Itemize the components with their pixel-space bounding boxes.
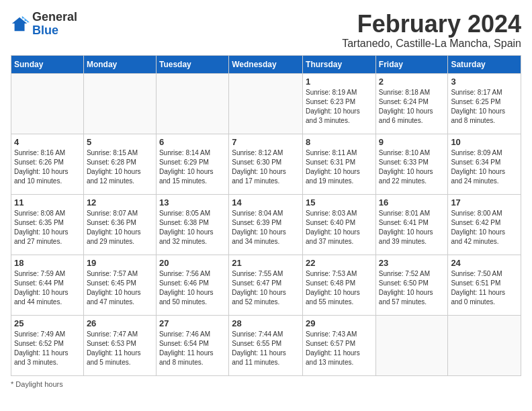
day-number: 20	[159, 258, 226, 268]
calendar-cell: 10Sunrise: 8:09 AM Sunset: 6:34 PM Dayli…	[448, 134, 521, 194]
location-title: Tartanedo, Castille-La Mancha, Spain	[342, 38, 521, 50]
day-number: 25	[14, 318, 81, 328]
calendar-header-monday: Monday	[83, 55, 156, 73]
day-info: Sunrise: 8:07 AM Sunset: 6:36 PM Dayligh…	[87, 209, 153, 246]
day-info: Sunrise: 7:57 AM Sunset: 6:45 PM Dayligh…	[87, 269, 153, 307]
calendar-cell: 29Sunrise: 7:43 AM Sunset: 6:57 PM Dayli…	[303, 315, 376, 375]
day-info: Sunrise: 7:53 AM Sunset: 6:48 PM Dayligh…	[306, 269, 373, 307]
day-info: Sunrise: 7:56 AM Sunset: 6:46 PM Dayligh…	[159, 269, 226, 307]
logo-blue: Blue	[32, 24, 58, 37]
calendar-cell: 20Sunrise: 7:56 AM Sunset: 6:46 PM Dayli…	[156, 255, 228, 315]
calendar-cell: 23Sunrise: 7:52 AM Sunset: 6:50 PM Dayli…	[375, 255, 448, 315]
calendar-cell: 19Sunrise: 7:57 AM Sunset: 6:45 PM Dayli…	[83, 255, 156, 315]
day-info: Sunrise: 7:50 AM Sunset: 6:51 PM Dayligh…	[451, 269, 518, 307]
day-number: 6	[159, 137, 226, 147]
calendar-cell: 17Sunrise: 8:00 AM Sunset: 6:42 PM Dayli…	[448, 194, 521, 255]
day-info: Sunrise: 8:10 AM Sunset: 6:33 PM Dayligh…	[379, 148, 445, 186]
day-number: 4	[14, 137, 81, 147]
calendar-cell: 11Sunrise: 8:08 AM Sunset: 6:35 PM Dayli…	[11, 194, 84, 255]
calendar-cell: 6Sunrise: 8:14 AM Sunset: 6:29 PM Daylig…	[156, 134, 228, 194]
calendar-cell: 18Sunrise: 7:59 AM Sunset: 6:44 PM Dayli…	[11, 255, 84, 315]
calendar-cell: 22Sunrise: 7:53 AM Sunset: 6:48 PM Dayli…	[303, 255, 376, 315]
day-info: Sunrise: 7:52 AM Sunset: 6:50 PM Dayligh…	[379, 269, 445, 307]
title-section: February 2024 Tartanedo, Castille-La Man…	[342, 11, 521, 50]
calendar: SundayMondayTuesdayWednesdayThursdayFrid…	[11, 55, 521, 376]
calendar-cell: 5Sunrise: 8:15 AM Sunset: 6:28 PM Daylig…	[83, 134, 156, 194]
day-info: Sunrise: 8:19 AM Sunset: 6:23 PM Dayligh…	[306, 88, 373, 126]
calendar-header-thursday: Thursday	[303, 55, 376, 73]
calendar-header-sunday: Sunday	[11, 55, 84, 73]
calendar-cell: 16Sunrise: 8:01 AM Sunset: 6:41 PM Dayli…	[375, 194, 448, 255]
calendar-cell: 7Sunrise: 8:12 AM Sunset: 6:30 PM Daylig…	[229, 134, 303, 194]
day-number: 9	[379, 137, 445, 147]
calendar-cell: 14Sunrise: 8:04 AM Sunset: 6:39 PM Dayli…	[229, 194, 303, 255]
month-title: February 2024	[342, 11, 521, 38]
calendar-cell: 26Sunrise: 7:47 AM Sunset: 6:53 PM Dayli…	[83, 315, 156, 375]
day-info: Sunrise: 8:17 AM Sunset: 6:25 PM Dayligh…	[451, 88, 518, 126]
calendar-cell	[448, 315, 521, 375]
day-info: Sunrise: 8:12 AM Sunset: 6:30 PM Dayligh…	[232, 148, 300, 186]
logo-icon	[11, 15, 30, 34]
day-info: Sunrise: 8:09 AM Sunset: 6:34 PM Dayligh…	[451, 148, 518, 186]
day-info: Sunrise: 8:01 AM Sunset: 6:41 PM Dayligh…	[379, 209, 445, 246]
day-info: Sunrise: 8:14 AM Sunset: 6:29 PM Dayligh…	[159, 148, 226, 186]
day-info: Sunrise: 8:03 AM Sunset: 6:40 PM Dayligh…	[306, 209, 373, 246]
day-number: 12	[87, 197, 153, 208]
day-number: 8	[306, 137, 373, 147]
calendar-cell: 21Sunrise: 7:55 AM Sunset: 6:47 PM Dayli…	[229, 255, 303, 315]
day-number: 10	[451, 137, 518, 147]
day-number: 17	[451, 197, 518, 208]
calendar-cell	[375, 315, 448, 375]
day-number: 21	[232, 258, 300, 268]
day-number: 15	[306, 197, 373, 208]
calendar-cell: 3Sunrise: 8:17 AM Sunset: 6:25 PM Daylig…	[448, 73, 521, 134]
calendar-header-wednesday: Wednesday	[229, 55, 303, 73]
calendar-cell: 12Sunrise: 8:07 AM Sunset: 6:36 PM Dayli…	[83, 194, 156, 255]
calendar-cell: 25Sunrise: 7:49 AM Sunset: 6:52 PM Dayli…	[11, 315, 84, 375]
day-number: 23	[379, 258, 445, 268]
day-number: 1	[306, 77, 373, 87]
day-info: Sunrise: 8:18 AM Sunset: 6:24 PM Dayligh…	[379, 88, 445, 126]
day-info: Sunrise: 8:16 AM Sunset: 6:26 PM Dayligh…	[14, 148, 81, 186]
calendar-header-friday: Friday	[375, 55, 448, 73]
day-info: Sunrise: 8:11 AM Sunset: 6:31 PM Dayligh…	[306, 148, 373, 186]
day-info: Sunrise: 7:59 AM Sunset: 6:44 PM Dayligh…	[14, 269, 81, 307]
day-info: Sunrise: 7:55 AM Sunset: 6:47 PM Dayligh…	[232, 269, 300, 307]
day-info: Sunrise: 7:49 AM Sunset: 6:52 PM Dayligh…	[14, 330, 81, 367]
calendar-cell: 9Sunrise: 8:10 AM Sunset: 6:33 PM Daylig…	[375, 134, 448, 194]
calendar-cell: 15Sunrise: 8:03 AM Sunset: 6:40 PM Dayli…	[303, 194, 376, 255]
calendar-cell: 8Sunrise: 8:11 AM Sunset: 6:31 PM Daylig…	[303, 134, 376, 194]
day-number: 19	[87, 258, 153, 268]
calendar-header-tuesday: Tuesday	[156, 55, 228, 73]
day-info: Sunrise: 8:08 AM Sunset: 6:35 PM Dayligh…	[14, 209, 81, 246]
day-number: 13	[159, 197, 226, 208]
day-number: 28	[232, 318, 300, 328]
logo-general: General	[32, 10, 77, 24]
day-info: Sunrise: 8:04 AM Sunset: 6:39 PM Dayligh…	[232, 209, 300, 246]
day-info: Sunrise: 8:00 AM Sunset: 6:42 PM Dayligh…	[451, 209, 518, 246]
footer-note: * Daylight hours	[11, 380, 521, 388]
calendar-cell	[229, 73, 303, 134]
calendar-cell: 1Sunrise: 8:19 AM Sunset: 6:23 PM Daylig…	[303, 73, 376, 134]
calendar-header-saturday: Saturday	[448, 55, 521, 73]
day-info: Sunrise: 8:05 AM Sunset: 6:38 PM Dayligh…	[159, 209, 226, 246]
day-info: Sunrise: 7:43 AM Sunset: 6:57 PM Dayligh…	[306, 330, 373, 367]
day-info: Sunrise: 7:44 AM Sunset: 6:55 PM Dayligh…	[232, 330, 300, 367]
day-number: 18	[14, 258, 81, 268]
day-number: 26	[87, 318, 153, 328]
day-info: Sunrise: 8:15 AM Sunset: 6:28 PM Dayligh…	[87, 148, 153, 186]
calendar-cell: 13Sunrise: 8:05 AM Sunset: 6:38 PM Dayli…	[156, 194, 228, 255]
day-number: 11	[14, 197, 81, 208]
logo: General Blue	[11, 11, 77, 38]
calendar-cell: 28Sunrise: 7:44 AM Sunset: 6:55 PM Dayli…	[229, 315, 303, 375]
calendar-cell: 24Sunrise: 7:50 AM Sunset: 6:51 PM Dayli…	[448, 255, 521, 315]
day-number: 16	[379, 197, 445, 208]
day-number: 27	[159, 318, 226, 328]
day-number: 22	[306, 258, 373, 268]
day-number: 24	[451, 258, 518, 268]
calendar-cell: 27Sunrise: 7:46 AM Sunset: 6:54 PM Dayli…	[156, 315, 228, 375]
day-info: Sunrise: 7:47 AM Sunset: 6:53 PM Dayligh…	[87, 330, 153, 367]
calendar-cell	[11, 73, 84, 134]
day-number: 7	[232, 137, 300, 147]
day-number: 2	[379, 77, 445, 87]
